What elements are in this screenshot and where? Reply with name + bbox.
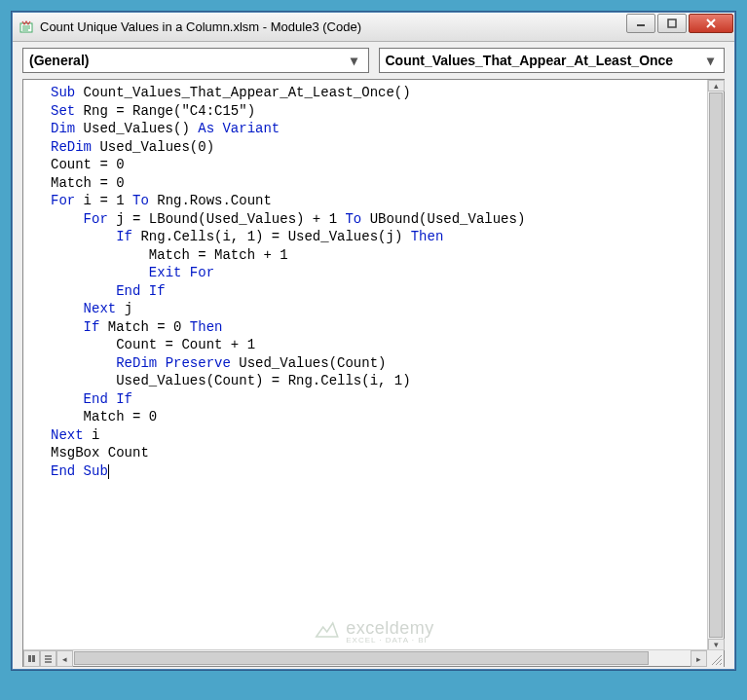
- vba-code-window: Count Unique Values in a Column.xlsm - M…: [12, 12, 735, 670]
- svg-rect-8: [28, 655, 31, 662]
- horizontal-scrollbar[interactable]: ◂ ▸: [23, 649, 724, 666]
- scroll-up-arrow-icon[interactable]: ▴: [708, 80, 725, 92]
- chevron-down-icon: ▾: [702, 53, 718, 68]
- full-module-view-button[interactable]: [40, 650, 56, 667]
- minimize-button[interactable]: [626, 14, 655, 33]
- svg-rect-5: [668, 19, 676, 27]
- scroll-thumb[interactable]: [709, 92, 723, 638]
- maximize-button[interactable]: [657, 14, 687, 33]
- chevron-down-icon: ▾: [347, 53, 362, 68]
- window-title: Count Unique Values in a Column.xlsm - M…: [40, 19, 624, 34]
- watermark: exceldemy EXCEL · DATA · BI: [313, 617, 434, 646]
- code-body[interactable]: Sub Count_Values_That_Appear_At_Least_On…: [23, 80, 724, 484]
- code-editor[interactable]: Sub Count_Values_That_Appear_At_Least_On…: [22, 79, 725, 667]
- scroll-left-arrow-icon[interactable]: ◂: [56, 650, 73, 667]
- watermark-tagline: EXCEL · DATA · BI: [346, 637, 434, 645]
- module-icon: [19, 19, 34, 35]
- hscroll-thumb[interactable]: [74, 651, 649, 665]
- vertical-scrollbar[interactable]: ▴ ▾: [707, 80, 724, 649]
- dropdown-row: (General) ▾ Count_Values_That_Appear_At_…: [13, 42, 734, 79]
- procedure-dropdown[interactable]: Count_Values_That_Appear_At_Least_Once ▾: [379, 48, 726, 73]
- procedure-dropdown-value: Count_Values_That_Appear_At_Least_Once: [386, 53, 703, 68]
- object-dropdown[interactable]: (General) ▾: [22, 48, 369, 73]
- svg-rect-9: [32, 655, 35, 662]
- close-button[interactable]: [689, 14, 733, 33]
- watermark-brand: exceldemy: [346, 619, 434, 637]
- resize-grip-icon[interactable]: [707, 650, 724, 667]
- watermark-logo-icon: [313, 617, 340, 646]
- svg-line-15: [720, 663, 722, 665]
- scroll-right-arrow-icon[interactable]: ▸: [691, 650, 707, 667]
- procedure-view-button[interactable]: [23, 650, 40, 667]
- titlebar[interactable]: Count Unique Values in a Column.xlsm - M…: [13, 13, 734, 42]
- object-dropdown-value: (General): [29, 53, 347, 68]
